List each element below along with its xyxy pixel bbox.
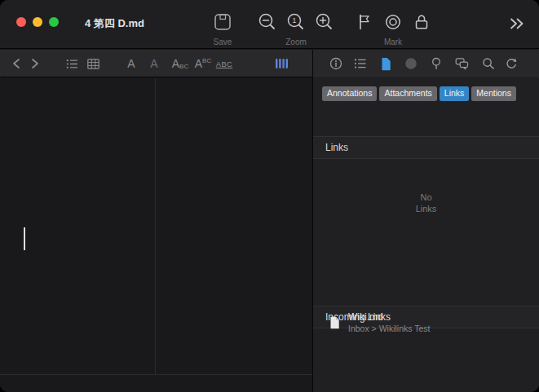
record-mark-button[interactable] [381, 10, 405, 34]
zoom-in-icon [314, 11, 335, 33]
toolbar-overflow-button[interactable] [507, 15, 527, 33]
lock-icon [413, 13, 431, 31]
table-icon [87, 59, 99, 69]
search-icon [482, 57, 495, 70]
window-title: 4 第四 D.md [85, 16, 144, 31]
links-section-header: Links [313, 136, 539, 159]
tab-attachments[interactable]: Attachments [379, 86, 436, 101]
comments-button[interactable] [452, 54, 471, 73]
incoming-link-item[interactable]: Wiki.md Inbox > Wikilinks Test [313, 308, 539, 337]
save-button[interactable] [210, 10, 235, 34]
fullscreen-button[interactable] [49, 17, 59, 27]
format-bar: A A ABC ABC ABC [0, 50, 312, 77]
tab-links[interactable]: Links [440, 86, 470, 101]
superscript-button[interactable]: ABC [192, 50, 214, 77]
flag-button[interactable] [352, 10, 377, 34]
table-button[interactable] [84, 50, 102, 77]
tab-mentions[interactable]: Mentions [471, 86, 516, 101]
links-section-title: Links [325, 142, 348, 153]
pin-button[interactable] [426, 54, 446, 73]
tag-circle-button[interactable] [401, 54, 421, 73]
zoom-group-label: Zoom [272, 37, 320, 46]
links-empty-line1: No [313, 192, 539, 203]
zoom-actual-icon: 1 [285, 11, 307, 33]
file-icon [329, 316, 340, 329]
mark-group-label: Mark [369, 37, 418, 46]
record-circle-icon [384, 13, 402, 31]
text-cursor [24, 227, 25, 250]
superscript-small-label: BC [202, 57, 211, 64]
subscript-small-label: BC [179, 63, 188, 70]
back-button[interactable] [8, 50, 24, 77]
stats-bars-icon [275, 57, 289, 70]
flag-icon [356, 13, 373, 31]
incoming-link-path: Inbox > Wikilinks Test [348, 324, 430, 333]
font-regular-label: A [127, 57, 135, 70]
svg-text:1: 1 [292, 15, 296, 24]
editor[interactable] [0, 78, 312, 392]
inspector-panel: Annotations Attachments Links Mentions L… [313, 78, 539, 392]
bullet-list-button[interactable] [63, 50, 81, 77]
minimize-button[interactable] [33, 17, 42, 27]
chevron-double-right-icon [509, 17, 525, 30]
chevron-left-icon [12, 58, 20, 69]
save-icon [213, 12, 232, 32]
pin-icon [430, 57, 443, 70]
editor-bottom-divider [0, 374, 312, 375]
app-window: 4 第四 D.md Save [0, 0, 539, 392]
forward-button[interactable] [27, 50, 43, 77]
font-regular-button[interactable]: A [124, 50, 139, 77]
inspector-tabs: Annotations Attachments Links Mentions [322, 86, 516, 101]
sync-button[interactable] [501, 54, 521, 73]
incoming-link-texts: Wiki.md Inbox > Wikilinks Test [348, 312, 430, 333]
zoom-out-icon [257, 11, 278, 33]
sync-icon [505, 57, 518, 70]
lock-button[interactable] [409, 10, 434, 34]
chat-bubbles-icon [455, 57, 469, 70]
close-button[interactable] [16, 17, 26, 27]
stats-button[interactable] [272, 50, 290, 77]
zoom-in-button[interactable] [312, 10, 337, 34]
links-pane-button[interactable] [376, 54, 395, 73]
subscript-button[interactable]: ABC [170, 50, 191, 77]
title-bar: 4 第四 D.md Save [0, 0, 539, 49]
links-empty-line2: Links [313, 203, 539, 214]
inspector-toolbar [313, 50, 539, 77]
traffic-lights [16, 17, 59, 27]
underline-button[interactable]: ABC [214, 50, 235, 77]
editor-column-divider [155, 78, 156, 374]
outline-list-icon [354, 58, 367, 69]
tab-annotations[interactable]: Annotations [322, 86, 377, 101]
superscript-main-label: A [195, 57, 202, 70]
subscript-main-label: A [172, 57, 179, 70]
bullet-list-icon [66, 59, 78, 69]
links-empty-state: No Links [313, 192, 539, 214]
filled-circle-icon [404, 57, 418, 70]
search-button[interactable] [479, 54, 498, 73]
info-button[interactable] [326, 54, 346, 73]
zoom-out-button[interactable] [255, 10, 280, 34]
chevron-right-icon [31, 58, 39, 69]
font-light-label: A [150, 57, 157, 70]
save-group-label: Save [198, 37, 247, 46]
info-icon [329, 57, 342, 70]
document-icon [380, 57, 392, 71]
zoom-actual-button[interactable]: 1 [284, 10, 308, 34]
outline-list-button[interactable] [351, 54, 370, 73]
incoming-link-title: Wiki.md [348, 312, 430, 323]
underline-label: ABC [216, 59, 232, 68]
font-light-button[interactable]: A [147, 50, 161, 77]
